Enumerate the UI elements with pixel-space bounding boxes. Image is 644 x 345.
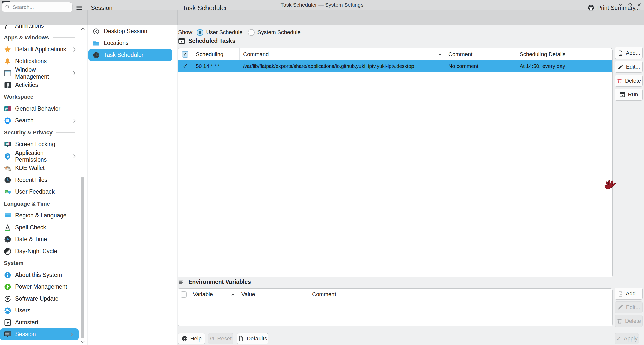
sidebar-item-users[interactable]: Users bbox=[0, 305, 81, 316]
tasks-add-button[interactable]: Add... bbox=[615, 47, 643, 59]
clock-icon bbox=[4, 176, 11, 184]
sidebar-item-animations[interactable]: Animations bbox=[0, 25, 81, 32]
sidebar-section-label: Security & Privacy bbox=[4, 129, 53, 136]
print-summary-button[interactable]: Print Summary... bbox=[588, 0, 640, 16]
sidebar-item-kde-wallet[interactable]: KDE Wallet bbox=[0, 162, 81, 174]
user-schedule-radio[interactable] bbox=[197, 29, 203, 36]
power-icon bbox=[4, 283, 11, 291]
column-header-value[interactable]: Value bbox=[238, 289, 308, 300]
search-field[interactable] bbox=[2, 2, 73, 12]
tasks-edit-button[interactable]: Edit... bbox=[615, 61, 643, 73]
subnav-item-label: Desktop Session bbox=[104, 28, 147, 35]
sidebar-item-day-night-cycle[interactable]: Day-Night Cycle bbox=[0, 245, 81, 257]
edit-icon bbox=[617, 64, 623, 70]
sidebar-item-about-this-system[interactable]: About this System bbox=[0, 269, 81, 281]
subnav-title: Session bbox=[91, 0, 112, 16]
system-schedule-label[interactable]: System Schedule bbox=[257, 29, 300, 36]
env-select-all-checkbox[interactable] bbox=[181, 291, 187, 298]
task-comment-cell: No comment bbox=[445, 60, 516, 72]
sidebar-item-spell-check[interactable]: Spell Check bbox=[0, 221, 81, 233]
sidebar-item-notifications[interactable]: Notifications bbox=[0, 55, 81, 67]
reset-icon: ↺ bbox=[210, 336, 215, 342]
sidebar-item-autostart[interactable]: Autostart bbox=[0, 316, 81, 328]
sidebar-item-session[interactable]: Session bbox=[0, 328, 79, 340]
main-panel: Show: User Schedule System Schedule Sche… bbox=[178, 25, 644, 345]
bell-icon bbox=[4, 58, 11, 65]
tasks-run-button[interactable]: Run bbox=[615, 89, 643, 101]
column-header-command[interactable]: Command bbox=[240, 48, 445, 60]
list-icon bbox=[178, 279, 185, 285]
sidebar-item-default-applications[interactable]: Default Applications bbox=[0, 43, 81, 55]
desktop-session-icon bbox=[93, 28, 100, 35]
defaults-icon bbox=[238, 336, 244, 342]
sidebar-item-screen-locking[interactable]: Screen Locking bbox=[0, 138, 81, 150]
select-all-checkbox[interactable]: ✓ bbox=[182, 51, 188, 58]
add-icon bbox=[617, 50, 623, 56]
sidebar-scrollbar[interactable] bbox=[81, 177, 84, 338]
env-add-button[interactable]: Add... bbox=[615, 288, 643, 300]
clock-icon bbox=[4, 236, 11, 243]
defaults-button[interactable]: Defaults bbox=[237, 333, 268, 344]
shield-icon bbox=[4, 153, 11, 160]
section-divider bbox=[54, 204, 75, 204]
sidebar-section-label: Language & Time bbox=[4, 201, 50, 207]
activities-icon bbox=[4, 81, 11, 89]
sidebar-item-label: Day-Night Cycle bbox=[15, 248, 57, 255]
section-divider bbox=[56, 132, 75, 133]
user-schedule-label[interactable]: User Schedule bbox=[206, 29, 242, 36]
column-header-env-comment[interactable]: Comment bbox=[308, 289, 379, 300]
page-title: Task Scheduler bbox=[182, 0, 227, 16]
tasks-delete-button[interactable]: Delete bbox=[615, 75, 643, 87]
sidebar-item-label: Activities bbox=[15, 82, 38, 88]
trash-icon bbox=[616, 318, 623, 324]
help-button[interactable]: Help bbox=[178, 333, 205, 344]
wallet-icon bbox=[4, 164, 11, 172]
sidebar-item-user-feedback[interactable]: User Feedback bbox=[0, 186, 81, 198]
menu-icon[interactable] bbox=[76, 4, 83, 11]
subnav-item-label: Task Scheduler bbox=[104, 52, 143, 58]
scheduled-tasks-table-header: ✓ Scheduling Command Comment Scheduling … bbox=[178, 48, 612, 60]
select-all-checkbox-cell[interactable]: ✓ bbox=[178, 48, 192, 60]
task-scheduling-cell: 50 14 * * * bbox=[192, 60, 240, 72]
sidebar-item-general-behavior[interactable]: General Behavior bbox=[0, 103, 81, 115]
sidebar-item-application-permissions[interactable]: Application Permissions bbox=[0, 150, 81, 162]
subnav-item-task-scheduler[interactable]: Task Scheduler bbox=[88, 49, 172, 61]
column-header-scheduling-details[interactable]: Scheduling Details bbox=[516, 48, 573, 60]
apply-check-icon: ✓ bbox=[616, 336, 621, 342]
sidebar-item-window-management[interactable]: Window Management bbox=[0, 67, 81, 79]
sidebar-item-date-time[interactable]: Date & Time bbox=[0, 233, 81, 245]
scroll-down-icon[interactable] bbox=[81, 340, 85, 343]
env-select-all-checkbox-cell[interactable] bbox=[178, 289, 189, 300]
daynight-icon bbox=[4, 248, 11, 255]
subnav-item-locations[interactable]: Locations bbox=[88, 37, 177, 49]
task-row[interactable]: ✓ 50 14 * * * /var/lib/flatpak/exports/s… bbox=[178, 60, 612, 72]
sidebar-item-label: Date & Time bbox=[15, 236, 47, 243]
sidebar-item-power-management[interactable]: Power Management bbox=[0, 281, 81, 293]
session-icon bbox=[4, 331, 11, 338]
feedback-icon bbox=[4, 188, 11, 196]
sidebar-item-software-update[interactable]: Software Update bbox=[0, 293, 81, 305]
column-header-variable[interactable]: Variable bbox=[189, 289, 238, 300]
sidebar-item-recent-files[interactable]: Recent Files bbox=[0, 174, 81, 186]
column-header-comment[interactable]: Comment bbox=[445, 48, 516, 60]
system-schedule-radio[interactable] bbox=[248, 29, 255, 36]
trash-icon bbox=[616, 78, 623, 84]
clock-icon bbox=[93, 52, 100, 59]
sidebar-item-activities[interactable]: Activities bbox=[0, 79, 81, 91]
subnav-item-label: Locations bbox=[104, 40, 128, 46]
sidebar-item-region-language[interactable]: Region & Language bbox=[0, 210, 81, 221]
scheduled-tasks-table: ✓ Scheduling Command Comment Scheduling … bbox=[178, 48, 613, 277]
subnav-item-desktop-session[interactable]: Desktop Session bbox=[88, 25, 177, 37]
cursor bbox=[603, 178, 617, 193]
column-header-scheduling[interactable]: Scheduling bbox=[192, 48, 240, 60]
star-icon bbox=[4, 46, 11, 53]
search-blue-icon bbox=[4, 117, 11, 125]
scroll-up-icon[interactable] bbox=[81, 27, 85, 30]
sidebar-item-label: Autostart bbox=[15, 319, 38, 326]
sidebar-item-search[interactable]: Search bbox=[0, 115, 81, 127]
search-input[interactable] bbox=[13, 4, 69, 10]
task-enabled-mark[interactable]: ✓ bbox=[178, 60, 192, 72]
footer-bar: Help ↺ Reset Defaults ✓ Apply bbox=[178, 330, 644, 345]
toolbar-separator bbox=[177, 10, 178, 25]
schedule-show-row: Show: User Schedule System Schedule bbox=[178, 27, 301, 38]
